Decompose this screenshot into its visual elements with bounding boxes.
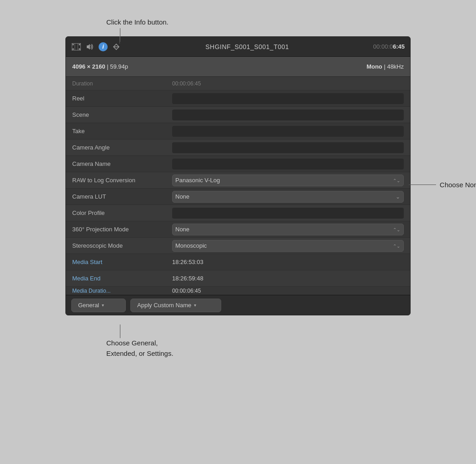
- table-row: RAW to Log Conversion Panasonic V-Log No…: [66, 172, 410, 189]
- field-label-scene: Scene: [72, 111, 172, 118]
- projection-select[interactable]: None Equirectangular Cubic: [172, 224, 404, 235]
- apply-custom-name-button[interactable]: Apply Custom Name ▾: [130, 299, 221, 312]
- svg-rect-4: [79, 48, 80, 50]
- take-input[interactable]: [172, 126, 404, 137]
- color-profile-input[interactable]: [172, 208, 404, 219]
- table-row: 360° Projection Mode None Equirectangula…: [66, 221, 410, 238]
- svg-rect-5: [74, 43, 75, 50]
- svg-marker-7: [87, 44, 90, 50]
- table-row: Camera LUT None Log C to Rec 709 V-Log t…: [66, 189, 410, 205]
- clip-title: SHGINF_S001_S001_T001: [121, 43, 373, 50]
- svg-rect-2: [73, 48, 74, 50]
- field-label-camera-name: Camera Name: [72, 160, 172, 167]
- field-label-duration: Duration: [72, 80, 172, 87]
- camera-lut-select[interactable]: None Log C to Rec 709 V-Log to Rec 709: [172, 191, 404, 203]
- camera-lut-select-wrapper: None Log C to Rec 709 V-Log to Rec 709: [172, 191, 404, 203]
- stereoscopic-select[interactable]: Monoscopic Side by Side Over/Under: [172, 240, 404, 252]
- field-label-camera-angle: Camera Angle: [72, 144, 172, 151]
- table-row: Color Profile: [66, 205, 410, 221]
- annotation-top: Click the Info button.: [106, 18, 169, 26]
- field-value-media-start: 18:26:53:03: [172, 259, 404, 265]
- field-label-360-projection: 360° Projection Mode: [72, 226, 172, 233]
- field-label-media-end: Media End: [72, 275, 172, 282]
- chevron-down-icon: ▾: [194, 303, 196, 308]
- annotation-bottom: Choose General, Extended, or Settings.: [106, 338, 174, 359]
- camera-angle-input[interactable]: [172, 142, 404, 153]
- video-specs: 4096 × 2160 | 59.94p: [72, 63, 128, 70]
- scene-input[interactable]: [172, 110, 404, 120]
- projection-select-wrapper: None Equirectangular Cubic: [172, 224, 404, 235]
- svg-rect-3: [79, 44, 80, 45]
- apply-custom-label: Apply Custom Name: [137, 302, 191, 309]
- field-label-media-duration: Media Duratio...: [72, 288, 172, 294]
- stereoscopic-select-wrapper: Monoscopic Side by Side Over/Under: [172, 240, 404, 252]
- table-row: Reel: [66, 90, 410, 107]
- info-icon[interactable]: i: [99, 42, 108, 51]
- field-label-raw-log: RAW to Log Conversion: [72, 177, 172, 184]
- annotation-right: Choose None.: [409, 181, 476, 189]
- table-row: Scene: [66, 107, 410, 123]
- timecode: 00:00:06:45: [373, 43, 405, 50]
- field-label-color-profile: Color Profile: [72, 210, 172, 216]
- raw-log-select[interactable]: Panasonic V-Log None S-Log2 S-Log3: [172, 175, 404, 186]
- field-label-camera-lut: Camera LUT: [72, 193, 172, 200]
- chevron-down-icon: ▾: [102, 303, 104, 308]
- specs-bar: 4096 × 2160 | 59.94p Mono | 48kHz: [66, 57, 410, 77]
- table-row: Media End 18:26:59:48: [66, 270, 410, 287]
- svg-rect-1: [73, 44, 74, 45]
- table-row: Camera Angle: [66, 140, 410, 156]
- audio-icon: [85, 42, 95, 52]
- camera-name-input[interactable]: [172, 159, 404, 170]
- field-value-media-end: 18:26:59:48: [172, 275, 404, 282]
- field-value-duration: 00:00:06:45: [172, 80, 404, 87]
- table-row: Take: [66, 123, 410, 140]
- table-row: Media Duratio... 00:00:06:45: [66, 287, 410, 295]
- table-row: Duration 00:00:06:45: [66, 77, 410, 90]
- field-value-media-duration: 00:00:06:45: [172, 288, 404, 294]
- field-label-media-start: Media Start: [72, 259, 172, 265]
- field-label-take: Take: [72, 128, 172, 135]
- film-icon: [71, 42, 81, 52]
- raw-log-select-wrapper: Panasonic V-Log None S-Log2 S-Log3: [172, 175, 404, 186]
- general-label: General: [78, 302, 99, 309]
- field-label-stereoscopic: Stereoscopic Mode: [72, 242, 172, 249]
- audio-specs: Mono | 48kHz: [367, 63, 404, 70]
- reel-input[interactable]: [172, 93, 404, 104]
- toolbar: i SHGINF_S001_S001_T001 00:00:06:45: [66, 37, 410, 57]
- metadata-list: Duration 00:00:06:45 Reel Scene Take: [66, 77, 410, 295]
- svg-rect-6: [78, 43, 79, 50]
- bottom-toolbar: General ▾ Apply Custom Name ▾: [66, 295, 410, 315]
- table-row: Camera Name: [66, 156, 410, 172]
- table-row: Stereoscopic Mode Monoscopic Side by Sid…: [66, 238, 410, 254]
- field-label-reel: Reel: [72, 95, 172, 102]
- info-panel: i SHGINF_S001_S001_T001 00:00:06:45 4096…: [65, 36, 411, 315]
- general-button[interactable]: General ▾: [71, 299, 126, 312]
- table-row: Media Start 18:26:53:03: [66, 254, 410, 270]
